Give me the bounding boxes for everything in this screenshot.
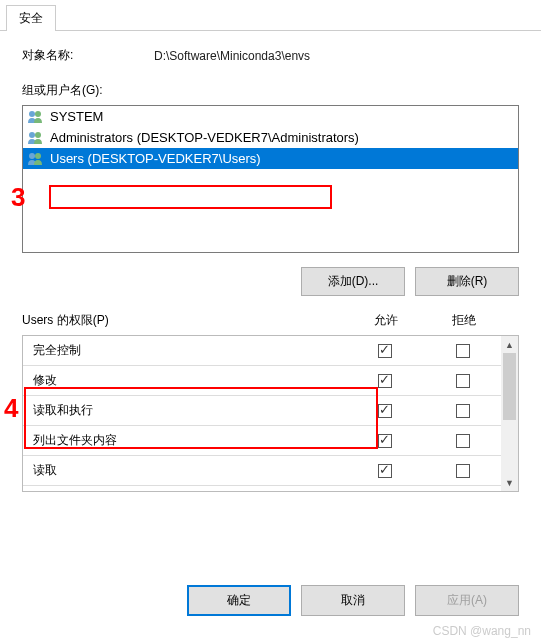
allow-checkbox[interactable] <box>378 464 392 478</box>
tab-security[interactable]: 安全 <box>6 5 56 31</box>
scrollbar[interactable]: ▲ ▼ <box>501 336 518 491</box>
deny-checkbox[interactable] <box>456 404 470 418</box>
deny-checkbox[interactable] <box>456 344 470 358</box>
permission-row: 读取 <box>23 456 501 486</box>
scroll-thumb[interactable] <box>503 353 516 420</box>
list-item-label: SYSTEM <box>50 107 103 126</box>
svg-point-0 <box>29 111 35 117</box>
list-item-users[interactable]: Users (DESKTOP-VEDKER7\Users) <box>23 148 518 169</box>
allow-checkbox[interactable] <box>378 374 392 388</box>
permission-name: 读取和执行 <box>33 402 345 419</box>
group-users-label: 组或用户名(G): <box>22 82 519 99</box>
permissions-listbox: 完全控制修改读取和执行列出文件夹内容读取 ▲ ▼ <box>22 335 519 492</box>
allow-checkbox[interactable] <box>378 404 392 418</box>
list-item-label: Administrators (DESKTOP-VEDKER7\Administ… <box>50 128 359 147</box>
allow-checkbox[interactable] <box>378 434 392 448</box>
apply-button[interactable]: 应用(A) <box>415 585 519 616</box>
permission-name: 修改 <box>33 372 345 389</box>
col-header-deny: 拒绝 <box>426 312 502 329</box>
svg-point-3 <box>35 132 41 138</box>
cancel-button[interactable]: 取消 <box>301 585 405 616</box>
permission-row: 修改 <box>23 366 501 396</box>
svg-point-4 <box>29 153 35 159</box>
col-header-allow: 允许 <box>346 312 426 329</box>
scroll-track[interactable] <box>501 353 518 474</box>
group-users-listbox[interactable]: SYSTEM Administrators (DESKTOP-VEDKER7\A… <box>22 105 519 253</box>
tab-strip: 安全 <box>0 0 541 31</box>
object-name-value: D:\Software\Miniconda3\envs <box>154 49 310 63</box>
permission-row: 列出文件夹内容 <box>23 426 501 456</box>
list-item-administrators[interactable]: Administrators (DESKTOP-VEDKER7\Administ… <box>23 127 518 148</box>
permissions-header: Users 的权限(P) 允许 拒绝 <box>22 312 519 329</box>
permission-row: 读取和执行 <box>23 396 501 426</box>
scroll-up-button[interactable]: ▲ <box>501 336 518 353</box>
svg-point-5 <box>35 153 41 159</box>
permissions-label: Users 的权限(P) <box>22 312 346 329</box>
object-name-label: 对象名称: <box>22 47 154 64</box>
svg-point-2 <box>29 132 35 138</box>
users-icon <box>27 109 45 124</box>
users-icon <box>27 151 45 166</box>
list-item-label: Users (DESKTOP-VEDKER7\Users) <box>50 149 261 168</box>
allow-checkbox[interactable] <box>378 344 392 358</box>
deny-checkbox[interactable] <box>456 374 470 388</box>
permission-row: 完全控制 <box>23 336 501 366</box>
list-item-system[interactable]: SYSTEM <box>23 106 518 127</box>
scroll-down-button[interactable]: ▼ <box>501 474 518 491</box>
permission-name: 读取 <box>33 462 345 479</box>
deny-checkbox[interactable] <box>456 464 470 478</box>
object-name-row: 对象名称: D:\Software\Miniconda3\envs <box>22 47 519 64</box>
ok-button[interactable]: 确定 <box>187 585 291 616</box>
permission-name: 完全控制 <box>33 342 345 359</box>
svg-point-1 <box>35 111 41 117</box>
permission-name: 列出文件夹内容 <box>33 432 345 449</box>
add-button[interactable]: 添加(D)... <box>301 267 405 296</box>
users-icon <box>27 130 45 145</box>
deny-checkbox[interactable] <box>456 434 470 448</box>
remove-button[interactable]: 删除(R) <box>415 267 519 296</box>
